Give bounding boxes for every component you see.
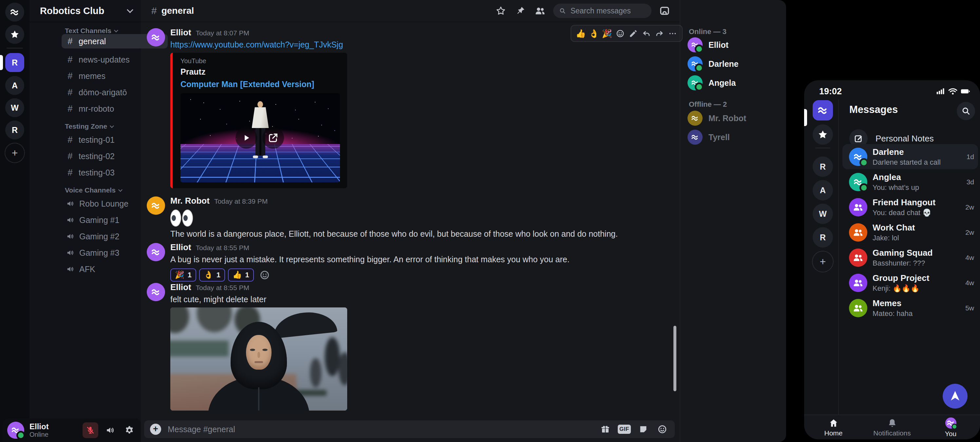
server-r2[interactable]: R [5,121,24,140]
quick-react-party[interactable]: 🎉 [601,27,613,40]
server-a[interactable]: A [813,180,833,200]
saved-messages-button[interactable] [5,25,24,44]
more-options-button[interactable] [666,27,679,40]
video-thumbnail[interactable] [180,93,340,182]
chevron-down-icon [114,28,118,32]
inbox-icon [659,6,670,16]
message-author[interactable]: Mr. Robot [170,196,210,206]
category-text-channels[interactable]: Text Channels [65,27,118,35]
reaction-party[interactable]: 🎉1 [170,269,196,281]
embed-author[interactable]: Prautz [180,67,340,76]
message-text: A bug is never just a mistake. It repres… [170,255,570,264]
add-server-button[interactable]: + [812,251,834,272]
server-a[interactable]: A [5,76,24,95]
member-mr-robot[interactable]: Mr. Robot [687,110,779,126]
forward-button[interactable] [653,27,665,40]
edit-message-button[interactable] [627,27,640,40]
open-external-button[interactable] [262,127,284,149]
new-message-fab[interactable] [943,384,967,409]
chat-row-group-project[interactable]: Group ProjectKenji: 🔥🔥🔥 4w [842,270,978,295]
user-status: Online [29,431,49,439]
quick-react-thumbsup[interactable]: 👍 [574,27,587,40]
settings-button[interactable] [123,422,136,438]
avatar[interactable] [147,28,165,46]
search-bar [553,3,651,18]
sticker-button[interactable] [637,423,650,436]
category-testing-zone[interactable]: Testing Zone [65,122,113,130]
reply-button[interactable] [640,27,652,40]
compose-icon [854,134,863,143]
hash-icon: # [66,37,74,46]
server-r2[interactable]: R [813,227,833,248]
pinned-messages-button[interactable] [514,4,527,17]
mic-mute-button[interactable] [83,422,98,438]
chat-row-anglea[interactable]: AngleaYou: what’s up 3d [842,169,978,194]
reaction-thumbsup[interactable]: 👍1 [228,269,254,281]
gif-picker-button[interactable]: GIF [618,423,631,436]
hash-icon: # [66,104,74,114]
chat-scrollbar[interactable] [673,326,676,391]
play-icon [241,132,252,143]
chat-row-darlene[interactable]: DarleneDarlene started a call 1d [842,144,978,169]
chat-row-work-chat[interactable]: Work ChatJake: lol 2w [842,220,978,245]
message-author[interactable]: Elliot [170,27,191,38]
message-link[interactable]: https://www.youtube.com/watch?v=jeg_TJvk… [170,40,347,49]
avatar[interactable] [7,422,24,439]
chat-row-memes[interactable]: MemesMateo: haha 5w [842,295,978,321]
reaction-ok-hand[interactable]: 👌1 [199,269,225,281]
add-reaction-button[interactable] [259,270,270,280]
server-w[interactable]: W [5,98,24,117]
server-robotics-club[interactable]: R [5,53,24,72]
server-r[interactable]: R [813,156,833,177]
hash-icon: # [66,71,74,81]
star-outline-icon [496,6,506,16]
home-button[interactable] [5,3,24,22]
emoji-picker-button[interactable] [656,423,669,436]
group-icon [853,277,864,288]
member-angela[interactable]: Angela [687,75,779,91]
search-button[interactable] [957,102,975,120]
message-author[interactable]: Elliot [170,242,191,253]
online-status-dot [951,424,958,429]
member-darlene[interactable]: Darlene [687,56,779,72]
avatar [687,37,703,52]
saved-messages-button[interactable] [813,124,833,145]
gift-button[interactable] [599,423,612,436]
message-text: felt cute, might delete later [170,295,347,304]
add-reaction-button[interactable] [614,27,626,40]
home-button[interactable] [813,100,833,121]
nav-home[interactable]: Home [804,415,863,439]
wave-logo-icon [690,133,700,142]
quick-react-ok-hand[interactable]: 👌 [588,27,600,40]
phone-app: 19:02 R A W R + Messages Personal Notes … [804,80,980,439]
online-status-dot [695,83,703,91]
avatar[interactable] [147,283,165,301]
nav-notifications[interactable]: Notifications [863,415,921,439]
nav-you[interactable]: You [921,415,980,439]
chat-row-friend-hangout[interactable]: Friend HangoutYou: dead chat 💀 2w [842,194,978,220]
chat-time: 5w [965,304,974,312]
attach-file-button[interactable]: + [150,424,161,435]
play-button[interactable] [235,127,257,149]
photo-attachment[interactable] [170,307,347,410]
message-input[interactable] [167,425,593,434]
favorite-channel-button[interactable] [494,4,508,17]
search-input[interactable] [570,6,646,16]
avatar[interactable] [147,243,165,261]
chat-time: 3d [967,178,974,186]
member-tyrell[interactable]: Tyrell [687,129,779,145]
add-server-button[interactable]: + [5,143,25,163]
category-voice-channels[interactable]: Voice Channels [65,186,122,194]
server-header[interactable]: Robotics Club [29,0,141,22]
server-w[interactable]: W [813,204,833,224]
embed-title[interactable]: Computer Man [Extended Version] [180,79,340,89]
chat-row-gaming-squad[interactable]: Gaming SquadBasshunter: ??? 4w [842,245,978,270]
message-author[interactable]: Elliot [170,282,191,293]
members-toggle-button[interactable] [534,4,547,17]
chevron-down-icon [118,188,123,192]
avatar[interactable] [147,196,165,215]
member-elliot[interactable]: Elliot [687,37,779,53]
deafen-button[interactable] [103,422,117,438]
hash-icon: # [66,168,74,178]
sidebar-toggle-button[interactable] [658,4,671,17]
